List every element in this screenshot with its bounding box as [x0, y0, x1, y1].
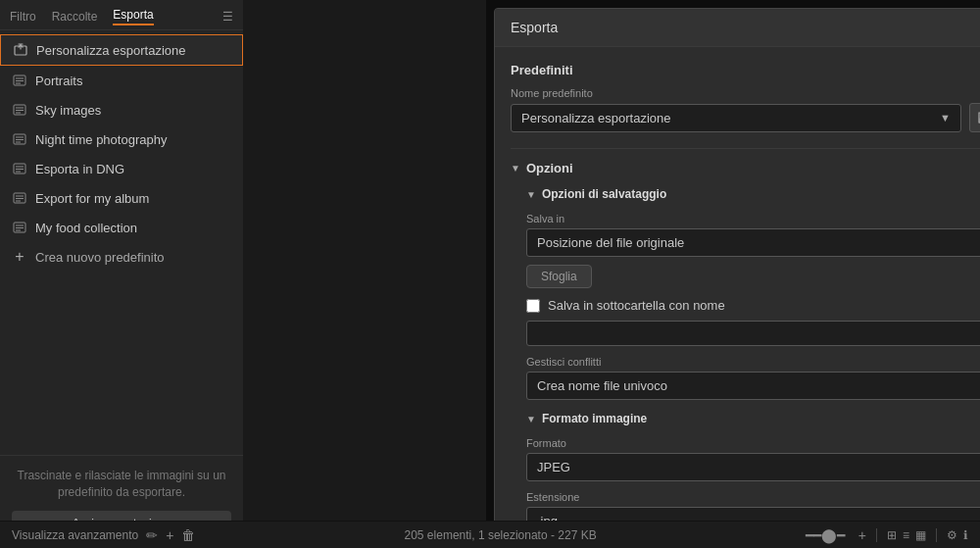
zoom-slider-area[interactable]: ━━⬤━ [806, 527, 845, 543]
salvataggio-header[interactable]: ▼ Opzioni di salvataggio [511, 187, 980, 201]
sidebar-item-portraits[interactable]: Portraits [0, 66, 243, 95]
status-icons: ━━⬤━ + ⊞ ≡ ▦ ⚙ ℹ [806, 527, 968, 543]
sidebar-item-6-label: My food collection [35, 221, 137, 235]
formato-title: Formato immagine [542, 412, 647, 425]
plus-zoom-icon[interactable]: + [858, 527, 866, 543]
delete-icon[interactable]: 🗑 [181, 527, 195, 543]
modal-body: Avvia esportazione Annulla Predefiniti N… [495, 47, 980, 548]
salva-in-label: Salva in [526, 213, 980, 224]
sidebar-item-5-label: Export for my album [35, 191, 149, 206]
salvataggio-chevron-icon: ▼ [526, 189, 536, 200]
salva-sottocartella-row: Salva in sottocartella con nome [526, 298, 980, 313]
nome-predefinito-row: Personalizza esportazione ▼ [511, 103, 980, 132]
detail-view-icon[interactable]: ▦ [915, 528, 926, 542]
sidebar-item-2-label: Sky images [35, 103, 101, 118]
info-icon[interactable]: ℹ [963, 528, 968, 542]
chevron-down-icon: ▼ [940, 112, 951, 124]
sidebar-item-1-label: Portraits [35, 74, 82, 88]
formato-select[interactable]: JPEG ▼ [526, 453, 980, 481]
visualizza-avanzamento[interactable]: Visualizza avanzamento [12, 528, 138, 542]
gestisci-conflitti-label: Gestisci conflitti [526, 356, 980, 368]
sidebar-item-dng[interactable]: Esporta in DNG [0, 154, 243, 183]
salva-in-value: Posizione del file originale [537, 235, 684, 250]
salva-in-row: Posizione del file originale ▼ [526, 228, 980, 257]
divider2-icon [936, 528, 937, 542]
sidebar-item-7-label: Crea nuovo predefinito [35, 250, 165, 265]
nome-predefinito-select[interactable]: Personalizza esportazione ▼ [511, 104, 961, 132]
sidebar-item-sky[interactable]: Sky images [0, 95, 243, 125]
salvataggio-title: Opzioni di salvataggio [542, 187, 666, 201]
salva-sottocartella-checkbox[interactable] [526, 299, 540, 313]
nome-predefinito-value: Personalizza esportazione [521, 111, 670, 125]
opzioni-title: Opzioni [526, 161, 573, 175]
plus-icon: + [12, 249, 27, 265]
tab-esporta[interactable]: Esporta [113, 8, 153, 25]
sidebar-item-personalizza[interactable]: Personalizza esportazione [0, 34, 243, 66]
opzioni-section: ▼ Opzioni ▼ Opzioni di salvataggio Salva… [511, 148, 980, 535]
list-icon-2 [12, 131, 27, 147]
tab-raccolte[interactable]: Raccolte [52, 10, 98, 24]
opzioni-chevron-icon: ▼ [511, 163, 520, 174]
formato-label: Formato [526, 437, 980, 449]
sidebar: Filtro Raccolte Esporta ☰ Personalizza e… [0, 0, 243, 548]
list-icon-5 [12, 220, 27, 235]
sidebar-item-3-label: Night time photography [35, 132, 167, 147]
predefiniti-section: Predefiniti Nome predefinito Personalizz… [511, 63, 980, 132]
modal-title: Esporta [511, 20, 558, 35]
nome-predefinito-label: Nome predefinito [511, 87, 980, 99]
sidebar-item-create-new[interactable]: + Crea nuovo predefinito [0, 242, 243, 272]
formato-subsection: ▼ Formato immagine Formato JPEG ▼ Estens… [511, 412, 980, 535]
gestisci-conflitti-select[interactable]: Crea nome file univoco ▼ [526, 372, 980, 400]
opzioni-header[interactable]: ▼ Opzioni [511, 161, 980, 175]
list-view-icon[interactable]: ≡ [903, 528, 909, 542]
settings-icon[interactable]: ⚙ [947, 528, 957, 542]
salva-in-group: Salva in Posizione del file originale ▼ … [511, 213, 980, 400]
grid-view-icon[interactable]: ⊞ [887, 528, 897, 542]
sidebar-item-food[interactable]: My food collection [0, 213, 243, 242]
predefiniti-title: Predefiniti [511, 63, 980, 77]
salva-in-select[interactable]: Posizione del file originale ▼ [526, 228, 980, 257]
tab-filtro[interactable]: Filtro [10, 10, 36, 24]
save-preset-button[interactable] [969, 103, 980, 132]
status-text: 205 elementi, 1 selezionato - 227 KB [203, 528, 797, 542]
sidebar-list: Personalizza esportazione Portraits [0, 30, 243, 455]
status-bar: Visualizza avanzamento ✏ + 🗑 205 element… [0, 521, 980, 548]
list-icon-0 [12, 73, 27, 88]
salvataggio-subsection: ▼ Opzioni di salvataggio Salva in Posizi… [511, 187, 980, 400]
sfoglia-button[interactable]: Sfoglia [526, 265, 592, 288]
formato-chevron-icon: ▼ [526, 414, 536, 424]
export-icon [13, 42, 28, 58]
sidebar-tabs: Filtro Raccolte Esporta ☰ [0, 0, 243, 30]
divider-icon [876, 528, 877, 542]
main-area: Esporta × Avvia esportazione Annulla Pre… [243, 0, 980, 521]
menu-icon[interactable]: ☰ [222, 10, 233, 24]
edit-icon[interactable]: ✏ [146, 527, 158, 543]
list-icon-1 [12, 102, 27, 118]
add-icon[interactable]: + [166, 527, 173, 543]
formato-header[interactable]: ▼ Formato immagine [511, 412, 980, 425]
gestisci-conflitti-value: Crea nome file univoco [537, 378, 667, 393]
modal-overlay: Esporta × Avvia esportazione Annulla Pre… [486, 0, 980, 521]
salva-sottocartella-label: Salva in sottocartella con nome [548, 298, 725, 313]
sidebar-item-0-label: Personalizza esportazione [36, 43, 185, 58]
sidebar-item-night[interactable]: Night time photography [0, 125, 243, 154]
formato-value: JPEG [537, 460, 570, 474]
modal-header: Esporta × [495, 9, 980, 47]
estensione-label: Estensione [526, 491, 980, 503]
salva-sottocartella-input[interactable] [526, 321, 980, 346]
export-modal: Esporta × Avvia esportazione Annulla Pre… [494, 8, 980, 548]
list-icon-3 [12, 161, 27, 176]
list-icon-4 [12, 190, 27, 206]
sidebar-item-4-label: Esporta in DNG [35, 162, 124, 176]
drag-hint: Trascinate e rilasciate le immagini su u… [12, 468, 231, 501]
sidebar-item-album[interactable]: Export for my album [0, 183, 243, 213]
